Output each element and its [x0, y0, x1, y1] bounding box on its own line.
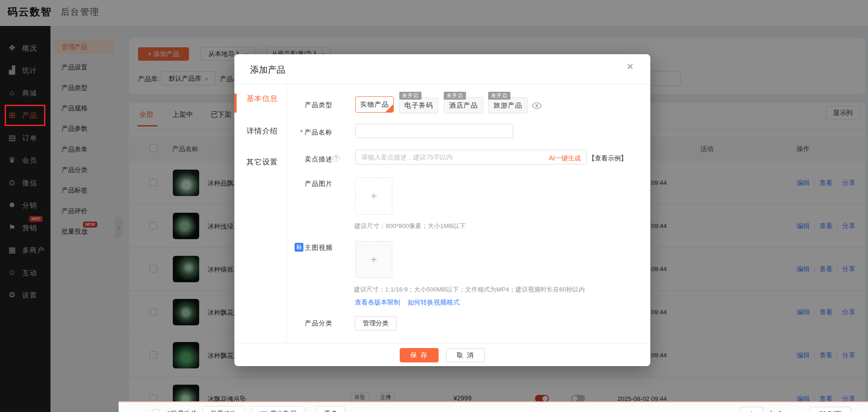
page-separator: /	[770, 410, 772, 412]
disabled-badge: 未开启	[488, 92, 510, 100]
more-button[interactable]: 更多	[316, 406, 345, 412]
close-icon[interactable]: ×	[627, 61, 634, 72]
current-page[interactable]: 1	[740, 407, 763, 412]
bulk-edit-button[interactable]: 批量修改	[203, 406, 245, 412]
app-root: 码云数智 后台管理 ❖概况 ▟统计 ⌂商城 ⊞产品 ▤订单 ♛会员 ⊙微信 ☻分…	[0, 0, 868, 412]
product-image-label: 产品图片	[305, 180, 333, 188]
image-size-hint: 建议尺寸：800*800像素；大小1MB以下	[354, 222, 465, 230]
modal-tab-basic[interactable]: 基本信息	[246, 94, 278, 104]
bulk-select-checkbox[interactable]	[152, 409, 159, 412]
prev-page-icon[interactable]: ‹	[726, 410, 729, 412]
page-size-select[interactable]: 50条/页	[810, 407, 851, 412]
save-button[interactable]: 保 存	[400, 348, 439, 362]
ai-generate-link[interactable]: AI一键生成	[549, 154, 581, 163]
bulk-reprice-label[interactable]: ¥批量改价	[168, 410, 197, 412]
required-asterisk: *	[300, 128, 303, 136]
modal-tab-other[interactable]: 其它设置	[246, 158, 278, 167]
convert-video-link[interactable]: 如何转换视频格式	[408, 298, 459, 307]
bulk-action-bar: ¥批量改价 批量修改 表导出数据 更多 ‹ 1 / 1 › 50条/页	[119, 401, 868, 412]
help-icon[interactable]: ?	[333, 155, 340, 162]
disabled-badge: 未开启	[444, 92, 466, 100]
video-size-hint: 建议尺寸：1:1/16:9；大小500MB以下；文件格式为MP4；建议视频时长在…	[354, 285, 585, 294]
click-highlight-box	[5, 105, 45, 126]
export-data-button[interactable]: 表导出数据	[252, 406, 304, 412]
type-physical-button[interactable]: 实物产品 ✓	[355, 96, 394, 113]
modal-tab-divider	[286, 83, 287, 343]
product-name-input[interactable]	[355, 124, 513, 138]
view-example-link[interactable]: 【查看示例】	[588, 154, 627, 163]
video-badge-icon: 标	[295, 243, 303, 252]
product-name-label: *产品名称	[300, 128, 332, 137]
plus-icon: +	[371, 253, 377, 266]
manage-category-button[interactable]: 管理分类	[355, 316, 396, 330]
type-evoucher-button[interactable]: 未开启 电子券码	[399, 97, 438, 114]
add-product-modal: 添加产品 × 基本信息 详情介绍 其它设置 产品类型 实物产品 ✓ 未开启 电子…	[234, 54, 650, 366]
type-hotel-button[interactable]: 未开启 酒店产品	[444, 97, 483, 114]
main-video-label: 主图视频	[305, 244, 333, 252]
active-tab-indicator	[234, 94, 237, 113]
type-travel-button[interactable]: 未开启 旅游产品	[488, 97, 528, 114]
total-pages: 1	[778, 410, 782, 412]
image-upload-box[interactable]: +	[355, 177, 392, 215]
product-category-label: 产品分类	[305, 319, 333, 328]
check-icon: ✓	[389, 97, 393, 112]
modal-footer-divider	[234, 343, 650, 343]
next-page-icon[interactable]: ›	[791, 410, 793, 412]
modal-title: 添加产品	[250, 64, 285, 76]
modal-header-divider	[234, 83, 650, 84]
cancel-button[interactable]: 取 消	[446, 348, 485, 362]
selling-point-label: 卖点描述	[305, 155, 333, 164]
product-type-label: 产品类型	[305, 101, 333, 109]
plus-icon: +	[371, 190, 377, 202]
version-limit-link[interactable]: 查看各版本限制	[355, 298, 400, 307]
video-upload-box[interactable]: +	[355, 241, 392, 278]
disabled-badge: 未开启	[399, 92, 421, 100]
preview-eye-icon[interactable]	[532, 101, 542, 111]
modal-tab-detail[interactable]: 详情介绍	[246, 127, 278, 136]
